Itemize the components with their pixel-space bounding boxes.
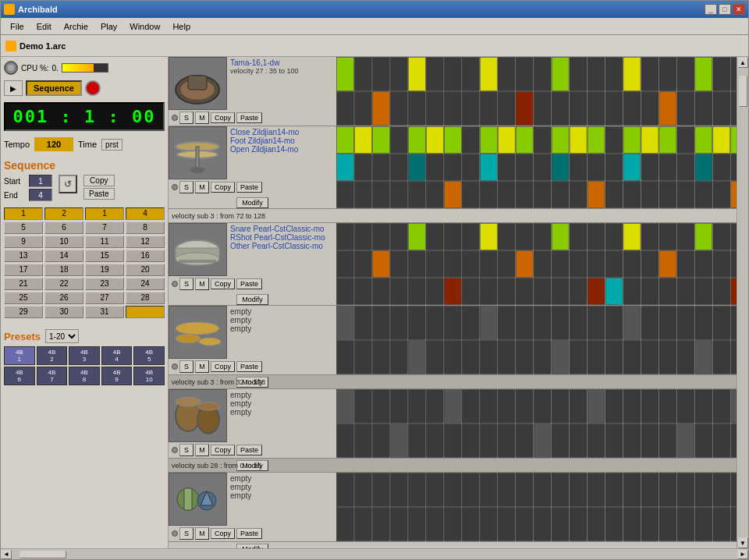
preset-btn-8[interactable]: 4B8	[69, 367, 100, 385]
preset-btn-10[interactable]: 4B10	[133, 367, 165, 385]
paste-button-5[interactable]: Paste	[236, 445, 262, 455]
grid-cell-22[interactable]: 22	[44, 278, 83, 290]
play-button[interactable]: ▶	[4, 80, 23, 96]
m-button-5[interactable]: M	[195, 444, 209, 456]
grid-cell-19[interactable]: 19	[85, 264, 124, 276]
inst-name-3b[interactable]: RShot Pearl-CstClassic-mo	[230, 233, 333, 242]
pattern-1[interactable]	[336, 57, 737, 126]
grid-cell-6[interactable]: 6	[44, 222, 83, 234]
preset-btn-5[interactable]: 4B5	[133, 346, 165, 365]
presets-range-select[interactable]: 1-20	[45, 329, 79, 343]
grid-cell-8[interactable]: 8	[126, 222, 165, 234]
pattern-3[interactable]	[336, 223, 737, 305]
grid-cell-9[interactable]: 9	[4, 236, 43, 248]
menu-play[interactable]: Play	[94, 20, 123, 33]
grid-cell-1[interactable]: 1	[4, 207, 43, 220]
scroll-right-btn[interactable]: ►	[737, 550, 748, 559]
grid-cell-12[interactable]: 12	[126, 236, 165, 248]
m-button-2[interactable]: M	[195, 181, 209, 193]
menu-archie[interactable]: Archie	[58, 20, 94, 33]
grid-cell-29[interactable]: 29	[4, 306, 43, 318]
m-button-3[interactable]: M	[195, 278, 209, 290]
grid-cell-31[interactable]: 31	[85, 306, 124, 318]
copy-button-5[interactable]: Copy	[211, 445, 235, 455]
pattern-4[interactable]	[336, 306, 737, 374]
grid-cell-7[interactable]: 7	[85, 222, 124, 234]
grid-cell-30[interactable]: 30	[44, 306, 83, 318]
seq-paste-button[interactable]: Paste	[83, 188, 115, 200]
grid-cell-32[interactable]	[126, 306, 165, 318]
grid-cell-13[interactable]: 13	[4, 250, 43, 262]
scroll-down-btn[interactable]: ▼	[738, 537, 748, 548]
paste-button-4[interactable]: Paste	[236, 361, 262, 372]
v-scrollbar[interactable]: ▲ ▼	[737, 57, 748, 548]
preset-btn-3[interactable]: 4B3	[69, 346, 100, 365]
grid-cell-3[interactable]: 1	[85, 207, 124, 220]
s-button-4[interactable]: S	[179, 360, 193, 373]
menu-edit[interactable]: Edit	[30, 20, 58, 33]
refresh-button[interactable]: ↺	[59, 175, 77, 193]
seq-copy-button[interactable]: Copy	[83, 175, 115, 186]
copy-button-6[interactable]: Copy	[211, 528, 235, 539]
s-button-6[interactable]: S	[179, 527, 193, 540]
preset-btn-1[interactable]: 4B1	[4, 346, 35, 365]
copy-button-4[interactable]: Copy	[211, 361, 235, 372]
record-button[interactable]	[85, 80, 101, 96]
inst-name-1a[interactable]: Tama-16,1-dw	[230, 58, 333, 67]
close-button[interactable]: ✕	[733, 4, 745, 15]
pattern-6[interactable]	[336, 473, 737, 541]
scroll-thumb[interactable]	[739, 76, 747, 107]
grid-cell-4[interactable]: 4	[126, 207, 165, 220]
copy-button-2[interactable]: Copy	[211, 182, 235, 193]
paste-button-1[interactable]: Paste	[236, 112, 262, 123]
menu-window[interactable]: Window	[123, 20, 166, 33]
grid-cell-10[interactable]: 10	[44, 236, 83, 248]
maximize-button[interactable]: □	[719, 4, 731, 15]
preset-btn-6[interactable]: 4B6	[4, 367, 35, 385]
h-scroll-thumb[interactable]	[20, 551, 66, 558]
s-button-1[interactable]: S	[179, 112, 193, 124]
s-button-2[interactable]: S	[179, 181, 193, 193]
modify-button-3[interactable]: Modify	[236, 294, 268, 305]
inst-name-3c[interactable]: Other Pearl-CstClassic-mo	[230, 242, 333, 250]
grid-cell-21[interactable]: 21	[4, 278, 43, 290]
menu-help[interactable]: Help	[166, 20, 197, 33]
scroll-left-btn[interactable]: ◄	[1, 550, 12, 559]
grid-cell-25[interactable]: 25	[4, 292, 43, 304]
start-input[interactable]	[29, 175, 52, 187]
inst-name-2a[interactable]: Close Zildjian14-mo	[230, 128, 333, 136]
m-button-4[interactable]: M	[195, 360, 209, 373]
grid-cell-2[interactable]: 2	[44, 207, 83, 220]
menu-file[interactable]: File	[4, 20, 30, 33]
grid-cell-20[interactable]: 20	[126, 264, 165, 276]
paste-button-2[interactable]: Paste	[236, 182, 262, 193]
grid-cell-16[interactable]: 16	[126, 250, 165, 262]
preset-btn-9[interactable]: 4B9	[101, 367, 133, 385]
preset-btn-7[interactable]: 4B7	[37, 367, 68, 385]
grid-cell-18[interactable]: 18	[44, 264, 83, 276]
pattern-5[interactable]	[336, 389, 737, 458]
tempo-input[interactable]	[34, 137, 73, 151]
grid-cell-26[interactable]: 26	[44, 292, 83, 304]
s-button-5[interactable]: S	[179, 444, 193, 456]
preset-btn-4[interactable]: 4B4	[101, 346, 133, 365]
end-input[interactable]	[29, 189, 52, 201]
s-button-3[interactable]: S	[179, 278, 193, 290]
grid-cell-11[interactable]: 11	[85, 236, 124, 248]
grid-cell-24[interactable]: 24	[126, 278, 165, 290]
grid-cell-23[interactable]: 23	[85, 278, 124, 290]
grid-cell-15[interactable]: 15	[85, 250, 124, 262]
minimize-button[interactable]: _	[705, 4, 717, 15]
m-button-6[interactable]: M	[195, 527, 209, 540]
grid-cell-14[interactable]: 14	[44, 250, 83, 262]
copy-button-1[interactable]: Copy	[211, 112, 235, 123]
grid-cell-5[interactable]: 5	[4, 222, 43, 234]
prst-button[interactable]: prst	[101, 139, 122, 151]
preset-btn-2[interactable]: 4B2	[37, 346, 68, 365]
grid-cell-17[interactable]: 17	[4, 264, 43, 276]
inst-name-2c[interactable]: Open Zildjian14-mo	[230, 145, 333, 154]
grid-cell-28[interactable]: 28	[126, 292, 165, 304]
paste-button-6[interactable]: Paste	[236, 528, 262, 539]
modify-button-2[interactable]: Modify	[236, 197, 268, 208]
sequence-button[interactable]: Sequence	[26, 80, 82, 96]
